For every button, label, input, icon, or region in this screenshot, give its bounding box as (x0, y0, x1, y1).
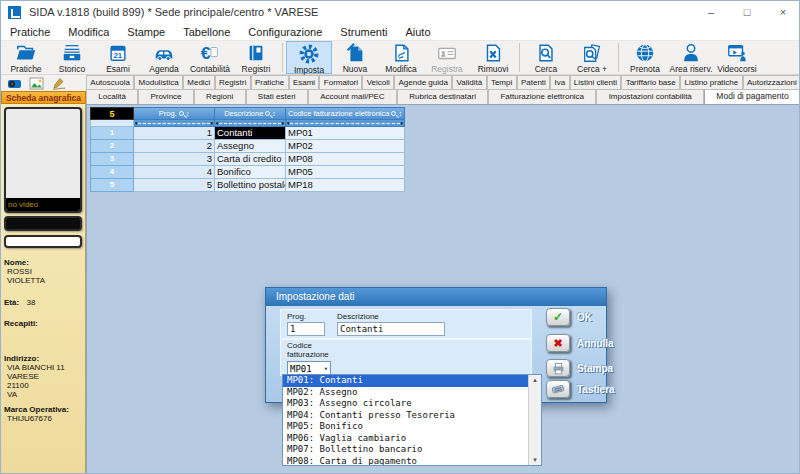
menu-strumenti[interactable]: Strumenti (331, 26, 396, 38)
cell-descrizione[interactable]: Bonifico (215, 166, 286, 179)
dialog-title[interactable]: Impostazione dati (266, 288, 606, 306)
tab-province[interactable]: Province (138, 89, 194, 104)
toolbar-prenota[interactable]: Prenota (622, 41, 668, 74)
toolbar-contabilita[interactable]: € Contabilità (187, 41, 233, 74)
toolbar-agenda[interactable]: Agenda (141, 41, 187, 74)
tab-pratiche[interactable]: Pratiche (251, 75, 289, 89)
toolbar-area-riservata[interactable]: Area riserv. (668, 41, 714, 74)
toolbar-cerca[interactable]: Cerca (523, 41, 569, 74)
tab-patenti[interactable]: Patenti (517, 75, 551, 89)
sort-icon[interactable]: ↕ (272, 110, 276, 117)
tab-iva[interactable]: Iva (550, 75, 569, 89)
dropdown-item[interactable]: MP06: Vaglia cambiario (283, 433, 528, 445)
cell-descrizione[interactable]: Bollettino postale (215, 179, 286, 192)
menu-aiuto[interactable]: Aiuto (396, 26, 439, 38)
tastiera-button[interactable]: Tastiera (546, 380, 615, 398)
tab-validita[interactable]: Validità (452, 75, 486, 89)
tab-veicoli[interactable]: Veicoli (362, 75, 394, 89)
tab-localita[interactable]: Località (86, 89, 138, 104)
tab-stati-esteri[interactable]: Stati esteri (246, 89, 308, 104)
filter-cell[interactable]: ▾▾ (215, 120, 286, 127)
column-header-descrizione[interactable]: Descrizione ↕ (215, 107, 286, 120)
dropdown-item[interactable]: MP02: Assegno (283, 387, 528, 399)
tab-tariffario-base[interactable]: Tariffario base (621, 75, 680, 89)
cell-descrizione-selected[interactable]: Contanti (215, 127, 286, 140)
cell-codice[interactable]: MP08 (286, 153, 405, 166)
cell-prog[interactable]: 1 (134, 127, 215, 140)
toolbar-esami[interactable]: 21 Esami (95, 41, 141, 74)
tab-listini-clienti[interactable]: Listini clienti (570, 75, 622, 89)
dropdown-item[interactable]: MP03: Assegno circolare (283, 398, 528, 410)
filter-cell[interactable] (90, 120, 134, 127)
cell-prog[interactable]: 5 (134, 179, 215, 192)
filter-cell[interactable]: ▾▾ (286, 120, 405, 127)
tab-formatori[interactable]: Formatori (319, 75, 362, 89)
cell-prog[interactable]: 3 (134, 153, 215, 166)
scroll-up-icon[interactable]: ▴ (533, 375, 537, 385)
row-header[interactable]: 4 (90, 166, 134, 179)
prog-field[interactable] (287, 322, 325, 336)
row-header[interactable]: 3 (90, 153, 134, 166)
toolbar-videocorsi[interactable]: Videocorsi (714, 41, 760, 74)
dropdown-item[interactable]: MP08: Carta di pagamento (283, 456, 528, 466)
tab-listino-pratiche[interactable]: Listino pratiche (680, 75, 742, 89)
tab-autoscuola[interactable]: Autoscuola (86, 75, 134, 89)
cell-codice[interactable]: MP01 (286, 127, 405, 140)
toolbar-registri[interactable]: Registri (233, 41, 279, 74)
dropdown-item[interactable]: MP05: Bonifico (283, 421, 528, 433)
tab-regioni[interactable]: Regioni (194, 89, 246, 104)
menu-modifica[interactable]: Modifica (59, 26, 118, 38)
annulla-button[interactable]: ✖ Annulla (546, 334, 614, 352)
scroll-down-icon[interactable]: ▾ (533, 455, 537, 465)
cell-codice[interactable]: MP18 (286, 179, 405, 192)
sort-icon[interactable]: ↕ (398, 110, 402, 117)
search-icon[interactable] (265, 111, 270, 116)
tab-tempi[interactable]: Tempi (487, 75, 517, 89)
ok-button[interactable]: ✓ OK (546, 308, 592, 326)
minimize-button[interactable]: – (693, 1, 729, 23)
menu-configurazione[interactable]: Configurazione (239, 26, 331, 38)
tab-rubrica-destinatari[interactable]: Rubrica destinatari (397, 89, 488, 104)
tab-account-mail-pec[interactable]: Account mail/PEC (308, 89, 397, 104)
filter-cell[interactable]: ▾▾ (134, 120, 215, 127)
column-header-prog[interactable]: Prog. ↕ (134, 107, 215, 120)
menu-tabellone[interactable]: Tabellone (174, 26, 239, 38)
tab-fatturazione-elettronica[interactable]: Fatturazione elettronica (488, 89, 596, 104)
search-icon[interactable] (179, 111, 184, 116)
image-icon[interactable] (28, 77, 44, 90)
cell-descrizione[interactable]: Assegno (215, 140, 286, 153)
search-icon[interactable] (391, 111, 396, 116)
tab-modi-di-pagamento[interactable]: Modi di pagamento (704, 89, 800, 104)
tab-registri[interactable]: Registri (215, 75, 251, 89)
tab-impostazioni-contabilita[interactable]: Impostazioni contabilità (596, 89, 704, 104)
dropdown-item[interactable]: MP04: Contanti presso Tesoreria (283, 410, 528, 422)
tab-medici[interactable]: Medici (183, 75, 215, 89)
close-button[interactable]: × (765, 1, 800, 23)
signature-icon[interactable] (50, 77, 66, 90)
dropdown-scrollbar[interactable]: ▴ ▾ (528, 375, 541, 465)
toolbar-imposta[interactable]: Imposta (286, 41, 332, 74)
stampa-button[interactable]: Stampa (546, 359, 613, 377)
menu-stampe[interactable]: Stampe (118, 26, 174, 38)
toolbar-cerca-piu[interactable]: Cerca + (569, 41, 615, 74)
menu-pratiche[interactable]: Pratiche (1, 26, 59, 38)
descrizione-field[interactable] (337, 322, 445, 336)
dropdown-item-selected[interactable]: MP01: Contanti (283, 375, 528, 387)
toolbar-pratiche[interactable]: Pratiche (3, 41, 49, 74)
maximize-button[interactable]: □ (729, 1, 765, 23)
table-filter-row[interactable]: ▾▾ ▾▾ ▾▾ (90, 120, 405, 127)
row-header[interactable]: 2 (90, 140, 134, 153)
toolbar-nuova[interactable]: Nuova (332, 41, 378, 74)
cell-prog[interactable]: 4 (134, 166, 215, 179)
cell-codice[interactable]: MP02 (286, 140, 405, 153)
toolbar-storico[interactable]: Storico (49, 41, 95, 74)
cell-codice[interactable]: MP05 (286, 166, 405, 179)
tab-agende-guida[interactable]: Agende guida (394, 75, 452, 89)
tab-autorizzazioni[interactable]: Autorizzazioni (743, 75, 800, 89)
dropdown-item[interactable]: MP07: Bollettino bancario (283, 444, 528, 456)
tab-esami[interactable]: Esami (289, 75, 320, 89)
toolbar-rimuovi[interactable]: Rimuovi (470, 41, 516, 74)
cell-descrizione[interactable]: Carta di credito (215, 153, 286, 166)
column-header-codice[interactable]: Codice fatturazione elettronica ↕ (286, 107, 405, 120)
camera-icon[interactable] (6, 77, 22, 90)
